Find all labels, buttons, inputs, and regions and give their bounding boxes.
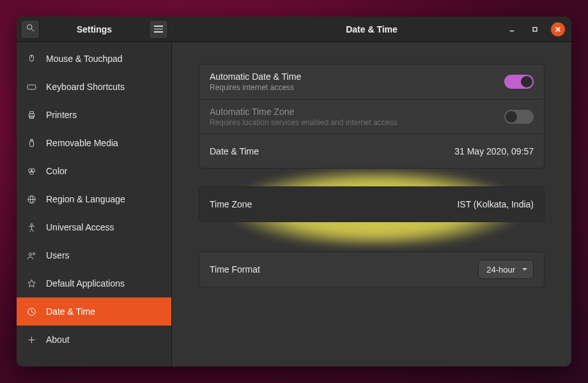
svg-line-32 bbox=[31, 312, 33, 312]
minimize-button[interactable] bbox=[505, 22, 519, 36]
sidebar-item-label: Date & Time bbox=[46, 306, 95, 317]
toggle-auto-timezone[interactable] bbox=[504, 110, 534, 124]
svg-rect-3 bbox=[533, 27, 537, 31]
datetime-value: 31 May 2020, 09:57 bbox=[454, 146, 534, 156]
maximize-icon bbox=[532, 26, 538, 33]
svg-line-26 bbox=[29, 229, 31, 231]
timezone-card: Time Zone IST (Kolkata, India) bbox=[199, 186, 545, 222]
sidebar-item-printers[interactable]: Printers bbox=[17, 101, 171, 129]
sidebar-item-label: Keyboard Shortcuts bbox=[46, 82, 125, 92]
svg-rect-15 bbox=[29, 140, 33, 146]
app-title: Settings bbox=[43, 24, 145, 34]
sidebar-item-date-time[interactable]: Date & Time bbox=[17, 297, 171, 326]
window-body: Mouse & Touchpad Keyboard Shortcuts Prin… bbox=[17, 42, 571, 366]
content-area: Automatic Date & Time Requires internet … bbox=[172, 42, 571, 366]
sidebar-item-label: Region & Language bbox=[46, 194, 125, 204]
mouse-icon bbox=[26, 53, 37, 64]
window-controls bbox=[505, 22, 571, 36]
sidebar-item-label: Printers bbox=[46, 110, 77, 120]
timeformat-card: Time Format 24-hour bbox=[199, 252, 545, 287]
sidebar-item-label: About bbox=[46, 334, 70, 345]
row-label: Automatic Date & Time bbox=[210, 71, 301, 82]
maximize-button[interactable] bbox=[528, 22, 542, 36]
time-format-combobox[interactable]: 24-hour bbox=[478, 260, 534, 279]
datetime-card: Automatic Date & Time Requires internet … bbox=[199, 64, 545, 169]
clock-icon bbox=[26, 306, 37, 317]
globe-icon bbox=[26, 193, 37, 205]
sidebar-item-label: Color bbox=[46, 166, 67, 176]
svg-point-0 bbox=[27, 25, 32, 30]
keyboard-icon bbox=[26, 81, 37, 93]
close-icon bbox=[555, 26, 561, 33]
sidebar-item-mouse-touchpad[interactable]: Mouse & Touchpad bbox=[17, 45, 171, 73]
sidebar-item-label: Users bbox=[46, 250, 70, 260]
panel-stack: Automatic Date & Time Requires internet … bbox=[199, 64, 545, 287]
close-button[interactable] bbox=[551, 22, 565, 36]
accessibility-icon bbox=[26, 222, 37, 233]
hamburger-icon bbox=[154, 26, 163, 33]
sidebar-item-label: Removable Media bbox=[46, 138, 118, 148]
sidebar-item-default-apps[interactable]: Default Applications bbox=[17, 269, 171, 297]
chevron-down-icon bbox=[522, 266, 528, 273]
sidebar-item-color[interactable]: Color bbox=[17, 157, 171, 185]
sidebar-item-label: Universal Access bbox=[46, 222, 114, 232]
settings-window: Settings Date & Time bbox=[17, 17, 571, 366]
svg-rect-8 bbox=[27, 84, 36, 89]
row-hint: Requires internet access bbox=[210, 83, 301, 92]
sidebar-item-keyboard-shortcuts[interactable]: Keyboard Shortcuts bbox=[17, 73, 171, 101]
plus-icon bbox=[26, 334, 37, 345]
search-icon bbox=[26, 23, 35, 35]
row-label: Date & Time bbox=[210, 146, 259, 156]
row-label: Time Format bbox=[210, 264, 260, 274]
timezone-value: IST (Kolkata, India) bbox=[457, 199, 534, 209]
titlebar-left: Settings bbox=[17, 17, 172, 41]
menu-button[interactable] bbox=[149, 20, 168, 39]
svg-point-29 bbox=[33, 253, 35, 255]
svg-line-1 bbox=[31, 29, 34, 31]
toggle-auto-datetime[interactable] bbox=[504, 75, 534, 89]
svg-rect-16 bbox=[31, 139, 33, 141]
svg-point-23 bbox=[31, 223, 33, 225]
search-button[interactable] bbox=[20, 20, 40, 39]
row-auto-timezone[interactable]: Automatic Time Zone Requires location se… bbox=[199, 99, 544, 133]
sidebar-item-about[interactable]: About bbox=[17, 326, 171, 354]
users-icon bbox=[26, 250, 37, 261]
sidebar-item-users[interactable]: Users bbox=[17, 241, 171, 269]
row-hint: Requires location services enabled and i… bbox=[210, 118, 398, 127]
row-label: Automatic Time Zone bbox=[210, 107, 398, 117]
combo-value: 24-hour bbox=[486, 265, 515, 274]
star-icon bbox=[26, 278, 37, 289]
titlebar: Settings Date & Time bbox=[17, 17, 571, 42]
sidebar[interactable]: Mouse & Touchpad Keyboard Shortcuts Prin… bbox=[17, 42, 172, 366]
sidebar-item-label: Mouse & Touchpad bbox=[46, 54, 123, 64]
row-label: Time Zone bbox=[210, 199, 252, 209]
row-timezone[interactable]: Time Zone IST (Kolkata, India) bbox=[199, 187, 544, 222]
sidebar-item-region-language[interactable]: Region & Language bbox=[17, 185, 171, 213]
color-icon bbox=[26, 165, 37, 177]
row-time-format: Time Format 24-hour bbox=[199, 252, 544, 287]
row-auto-datetime[interactable]: Automatic Date & Time Requires internet … bbox=[199, 64, 544, 99]
sidebar-item-universal-access[interactable]: Universal Access bbox=[17, 213, 171, 241]
svg-point-28 bbox=[29, 253, 31, 255]
usb-icon bbox=[26, 137, 37, 149]
titlebar-right: Date & Time bbox=[172, 17, 571, 41]
minimize-icon bbox=[509, 26, 515, 33]
printer-icon bbox=[26, 109, 37, 121]
svg-line-27 bbox=[31, 229, 33, 231]
svg-rect-13 bbox=[29, 111, 33, 114]
row-datetime[interactable]: Date & Time 31 May 2020, 09:57 bbox=[199, 133, 544, 168]
sidebar-item-label: Default Applications bbox=[46, 278, 125, 289]
sidebar-item-removable-media[interactable]: Removable Media bbox=[17, 129, 171, 157]
